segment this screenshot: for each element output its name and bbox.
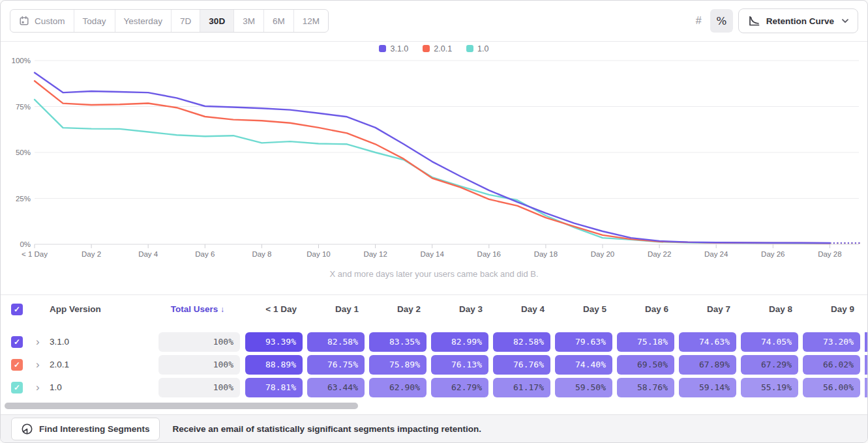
day-column-header[interactable]: Day 1	[307, 295, 365, 323]
row-checkbox[interactable]: ✓	[11, 336, 23, 348]
legend-label: 1.0	[477, 44, 488, 53]
legend-item-3.1.0[interactable]: 3.1.0	[379, 44, 408, 53]
table-header-row: ✓ App Version Total Users ↓ < 1 DayDay 1…	[1, 295, 867, 323]
date-range-label: 12M	[303, 16, 320, 26]
clipped-next-column-cell	[865, 378, 868, 397]
retention-curve-icon	[748, 15, 760, 27]
retention-value-cell[interactable]: 88.89%	[245, 355, 303, 375]
svg-text:75%: 75%	[16, 103, 31, 111]
retention-value-cell[interactable]: 58.76%	[617, 378, 674, 397]
retention-value-cell[interactable]: 82.99%	[431, 332, 488, 352]
date-range-label: Custom	[35, 16, 65, 26]
svg-text:Day 18: Day 18	[534, 250, 558, 258]
date-range-label: Yesterday	[124, 16, 163, 26]
app-version-value: 2.0.1	[50, 355, 69, 375]
date-range-label: 6M	[273, 16, 285, 26]
retention-value-cell[interactable]: 62.79%	[431, 378, 488, 397]
retention-value-cell[interactable]: 82.58%	[307, 332, 365, 352]
retention-value-cell[interactable]: 82.58%	[493, 332, 550, 352]
retention-value-cell[interactable]: 93.39%	[245, 332, 303, 352]
retention-value-cell[interactable]: 79.63%	[555, 332, 612, 352]
retention-value-cell[interactable]: 78.81%	[245, 378, 303, 397]
calendar-icon	[19, 16, 29, 26]
retention-value-cell[interactable]: 76.76%	[493, 355, 550, 375]
retention-value-cell[interactable]: 63.44%	[307, 378, 365, 397]
day-column-header[interactable]: Day 4	[493, 295, 550, 323]
retention-value-cell[interactable]: 59.50%	[555, 378, 612, 397]
segments-circle-icon	[21, 423, 33, 435]
table-row-3.1.0[interactable]: ✓›3.1.0100%93.39%82.58%83.35%82.99%82.58…	[1, 332, 867, 352]
clipped-next-column-cell	[865, 332, 868, 352]
svg-text:0%: 0%	[20, 240, 31, 248]
value-mode-toggle: #%	[687, 9, 733, 33]
date-range-7d[interactable]: 7D	[171, 10, 200, 32]
find-interesting-segments-button[interactable]: Find Interesting Segments	[11, 418, 160, 440]
legend-item-2.0.1[interactable]: 2.0.1	[423, 44, 452, 53]
toolbar-right-controls: #% Retention Curve	[687, 8, 858, 33]
footer-message: Receive an email of statistically signif…	[173, 424, 481, 434]
day-column-header[interactable]: Day 9	[803, 295, 860, 323]
retention-value-cell[interactable]: 75.89%	[369, 355, 427, 375]
day-column-header[interactable]: Day 6	[617, 295, 674, 323]
day-column-header[interactable]: Day 8	[741, 295, 798, 323]
retention-value-cell[interactable]: 76.13%	[431, 355, 488, 375]
scrollbar-thumb[interactable]	[5, 403, 358, 409]
expand-row-chevron-icon[interactable]: ›	[36, 355, 40, 374]
date-range-yesterday[interactable]: Yesterday	[115, 10, 172, 32]
svg-text:Day 12: Day 12	[363, 250, 387, 258]
table-row-2.0.1[interactable]: ✓›2.0.1100%88.89%76.75%75.89%76.13%76.76…	[1, 355, 867, 375]
date-range-30d[interactable]: 30D	[200, 10, 233, 32]
retention-value-cell[interactable]: 76.75%	[307, 355, 365, 375]
svg-text:100%: 100%	[12, 57, 31, 64]
value-mode-absolute-numbers[interactable]: #	[687, 9, 710, 33]
retention-value-cell[interactable]: 56.00%	[803, 378, 860, 397]
retention-value-cell[interactable]: 59.14%	[679, 378, 736, 397]
svg-text:Day 26: Day 26	[761, 250, 785, 258]
retention-value-cell[interactable]: 61.17%	[493, 378, 550, 397]
expand-row-chevron-icon[interactable]: ›	[36, 332, 40, 351]
date-range-3m[interactable]: 3M	[233, 10, 263, 32]
retention-value-cell[interactable]: 74.05%	[741, 332, 798, 352]
day-column-header[interactable]: Day 2	[369, 295, 427, 323]
retention-value-cell[interactable]: 69.50%	[617, 355, 674, 375]
day-column-header[interactable]: Day 3	[431, 295, 488, 323]
retention-value-cell[interactable]: 73.20%	[803, 332, 860, 352]
retention-report-card: CustomTodayYesterday7D30D3M6M12M #% Rete…	[0, 0, 868, 443]
expand-row-chevron-icon[interactable]: ›	[36, 378, 40, 397]
svg-text:Day 10: Day 10	[307, 250, 330, 258]
row-checkbox[interactable]: ✓	[11, 359, 23, 371]
retention-line-chart: 100%75%50%25%0%< 1 DayDay 2Day 4Day 6Day…	[1, 55, 867, 259]
retention-value-cell[interactable]: 66.02%	[803, 355, 860, 375]
retention-value-cell[interactable]: 75.18%	[617, 332, 674, 352]
retention-value-cell[interactable]: 67.89%	[679, 355, 736, 375]
chart-type-dropdown[interactable]: Retention Curve	[738, 8, 858, 33]
date-range-custom[interactable]: Custom	[10, 10, 74, 32]
row-checkbox[interactable]: ✓	[11, 382, 23, 393]
svg-text:Day 28: Day 28	[818, 250, 841, 258]
svg-text:Day 16: Day 16	[477, 250, 501, 258]
legend-item-1.0[interactable]: 1.0	[466, 44, 488, 53]
svg-text:Day 2: Day 2	[82, 250, 101, 258]
retention-table: ✓ App Version Total Users ↓ < 1 DayDay 1…	[1, 294, 867, 414]
app-version-value: 3.1.0	[50, 332, 69, 352]
date-range-label: Today	[83, 16, 106, 26]
date-range-label: 7D	[180, 16, 191, 26]
total-users-cell: 100%	[158, 355, 240, 375]
retention-value-cell[interactable]: 62.90%	[369, 378, 427, 397]
retention-value-cell[interactable]: 74.40%	[555, 355, 612, 375]
retention-value-cell[interactable]: 55.19%	[741, 378, 798, 397]
legend-label: 2.0.1	[434, 44, 452, 53]
table-row-1.0[interactable]: ✓›1.0100%78.81%63.44%62.90%62.79%61.17%5…	[1, 378, 867, 397]
date-range-12m[interactable]: 12M	[293, 10, 328, 32]
day-column-header[interactable]: Day 7	[679, 295, 736, 323]
day-column-header[interactable]: Day 5	[555, 295, 612, 323]
date-range-today[interactable]: Today	[74, 10, 115, 32]
total-users-cell: 100%	[158, 378, 240, 397]
day-column-header[interactable]: < 1 Day	[245, 295, 303, 323]
retention-value-cell[interactable]: 83.35%	[369, 332, 427, 352]
date-range-6m[interactable]: 6M	[263, 10, 293, 32]
retention-value-cell[interactable]: 74.63%	[679, 332, 736, 352]
retention-value-cell[interactable]: 67.29%	[741, 355, 798, 375]
value-mode-percentages[interactable]: %	[710, 9, 733, 33]
legend-swatch	[379, 45, 386, 52]
